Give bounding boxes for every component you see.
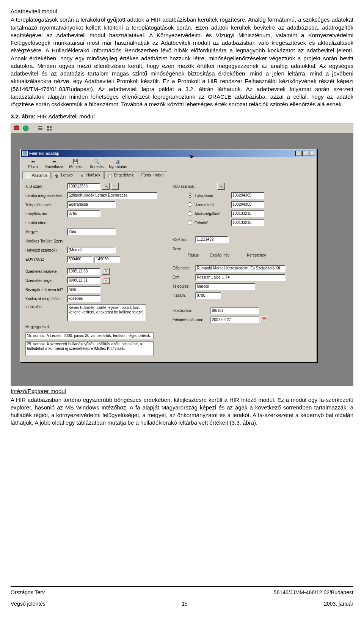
neve-label: Neve: <box>173 246 188 252</box>
date-picker-button[interactable]: 📅 <box>260 316 268 323</box>
eov-x-field[interactable]: 149050 <box>94 256 120 263</box>
radio-felmero[interactable]: Felmérő 100133215 <box>188 219 312 226</box>
print-label: Nyomtatás <box>109 164 127 170</box>
megj-sor29[interactable]: 29. sorhoz: A szervezett hulladékgyűjtés… <box>25 341 154 356</box>
uzemelteto-field[interactable]: 100294365 <box>231 201 264 208</box>
svg-rect-5 <box>38 129 42 130</box>
print-button[interactable]: 🖨 Nyomtatás <box>107 158 129 170</box>
form-left-column: KTJ szám: 100212533 🔍 ⋯ Lerakó megnevezé… <box>25 183 165 356</box>
footer-separator <box>11 586 353 587</box>
toolbar-db-icon[interactable] <box>13 125 20 132</box>
tab-engedelyek[interactable]: 📋 Engedélyek <box>104 171 137 179</box>
ceg-field[interactable]: Rumpold Marcali Kereskedelmi És Szolgált… <box>195 265 286 272</box>
felmero-field[interactable]: 100133215 <box>231 219 264 226</box>
tab-hatasok[interactable]: ✎ Hatások <box>77 171 104 179</box>
cim-field[interactable]: Kossuth Lajos U 74 <box>195 274 286 281</box>
prev-button[interactable]: ⬅ Elozo <box>22 158 44 170</box>
eov-y-field[interactable]: 500400 <box>67 256 93 263</box>
telep-field-right[interactable]: Marcali <box>195 283 255 290</box>
megye-field[interactable]: Zala <box>67 228 116 235</box>
telep-label: Település neve: <box>25 202 67 208</box>
date-picker-button[interactable]: 📅 <box>102 277 110 284</box>
form-right-column: KÜJ számok: 🔍 Tulajdonos 100294365 Üzeme… <box>173 183 312 356</box>
helyrajzi-field[interactable]: (Memo) <box>67 247 116 253</box>
irszam-field[interactable]: 8700 <box>195 292 221 299</box>
maximize-button[interactable]: □ <box>302 151 308 156</box>
radio-uzemelteto[interactable]: Üzemeltető 100294365 <box>188 201 312 208</box>
uzem-vege-label: Üzemelés vége: <box>25 278 67 283</box>
tab-furas-labor[interactable]: Fúrás + labor <box>138 171 167 179</box>
radio-label: Üzemeltető <box>195 202 229 208</box>
effect-icon: ✎ <box>80 173 85 177</box>
app-outer-window: ➤ Felméro adatlap _ □ × ⬅ Elozo <box>11 123 353 386</box>
toolbar-grid-icon[interactable] <box>46 125 53 132</box>
cim-label-right: Cím: <box>173 275 195 280</box>
svg-rect-9 <box>50 129 52 131</box>
close-button[interactable]: × <box>309 151 315 156</box>
tab-lerako[interactable]: 🗑 Lerakó <box>52 171 76 179</box>
ktj-field[interactable]: 100212533 <box>67 183 100 190</box>
app-outer-toolbar <box>11 123 353 134</box>
inner-window-titlebar[interactable]: Felméro adatlap _ □ × <box>21 150 317 157</box>
footer-center2: - 15 - <box>179 600 191 608</box>
doc-icon: 📄 <box>26 174 30 178</box>
megye-label: Megye: <box>25 230 67 235</box>
ksh-field[interactable]: 11221492 <box>195 236 229 243</box>
megnev-field[interactable]: Szilárdhulladék Lerakó Egeraracsa <box>67 192 157 199</box>
helyrajzi-label: Helyrajzi szám(ok): <box>25 248 67 253</box>
search-label: Keresés <box>90 164 104 170</box>
prev-label: Elozo <box>28 164 38 170</box>
ktj-lookup-button[interactable]: 🔍 <box>102 183 110 190</box>
minimize-button[interactable]: _ <box>295 151 301 156</box>
radio-label: Felmérő <box>195 220 229 226</box>
search-button[interactable]: 🔍 Keresés <box>86 158 107 170</box>
save-button[interactable]: 💾 Mentés <box>65 158 86 170</box>
radio-icon <box>188 202 192 207</box>
mouse-cursor-icon: ➤ <box>189 153 194 161</box>
save-icon: 💾 <box>72 159 79 164</box>
tab-label: Engedélyek <box>114 173 133 178</box>
svg-rect-7 <box>50 126 52 128</box>
felm-field[interactable]: 2002.02.27 <box>210 316 259 323</box>
cim-label: Lerakó címe: <box>25 220 67 226</box>
illetekes-label: Illetékes Területi Szerv <box>25 239 67 244</box>
telep-field[interactable]: Egeraracsa <box>67 201 116 208</box>
footer-left1: Országos Terv <box>11 589 45 596</box>
form-area: KTJ szám: 100212533 🔍 ⋯ Lerakó megnevezé… <box>21 179 317 362</box>
section-title-intezo: Intéző/Explorer modul <box>11 387 353 395</box>
radio-adatszolgaltato[interactable]: Adatszolgáltató 100133215 <box>188 210 312 217</box>
figure-caption-text: HIR Adatbeviteli modul <box>36 113 95 120</box>
telep-label-right: Település: <box>173 284 195 289</box>
iranyito-field[interactable]: 8765 <box>67 210 100 217</box>
toolbar-list-icon[interactable] <box>37 125 44 132</box>
radio-icon <box>188 211 192 216</box>
tulajdonos-field[interactable]: 100294365 <box>231 192 264 199</box>
toolbar-world-icon[interactable] <box>22 125 29 132</box>
irszam-label: Ir.szám. <box>173 293 195 298</box>
radio-label: Adatszolgáltató <box>195 211 229 217</box>
tab-altalanos[interactable]: 📄 Általános <box>22 172 51 179</box>
indok-textarea[interactable]: Kevés hulladék, szinte teljesen takart, … <box>67 304 146 321</box>
bezar-field[interactable]: nem <box>67 286 100 293</box>
uzem-kezdete-field[interactable]: 1985.12.30 <box>67 268 100 275</box>
iktato-field[interactable]: 06/151 <box>210 307 259 314</box>
radio-tulajdonos[interactable]: Tulajdonos 100294365 <box>188 192 312 199</box>
ceg-label: Cég neve: <box>173 266 195 271</box>
adatszolgaltato-field[interactable]: 100133215 <box>231 210 264 217</box>
next-button[interactable]: ➡ Kovetkezo <box>44 158 65 170</box>
inner-toolbar: ⬅ Elozo ➡ Kovetkezo 💾 Mentés 🔍 Keresés 🖨 <box>21 157 317 171</box>
megj-sor15[interactable]: 15. sorhoz: A Lerakót 2000. június 30-va… <box>25 332 154 339</box>
kock-field[interactable]: közepes <box>67 295 100 302</box>
ktj-aux-button[interactable]: ⋯ <box>111 183 119 190</box>
felm-label: Felmérés dátuma: <box>173 317 210 323</box>
tab-label: Lerakó <box>61 173 73 178</box>
radio-icon <box>188 193 192 198</box>
svg-rect-1 <box>14 127 19 130</box>
page-footer-line1: Országos Terv 56146/JJMM-466/12.02/Budap… <box>11 589 353 596</box>
date-picker-button[interactable]: 📅 <box>102 268 110 275</box>
kuj-lookup-button[interactable]: 🔍 <box>217 183 225 190</box>
dump-icon: 🗑 <box>55 173 60 177</box>
megj-label: Megjegyzések <box>25 324 67 330</box>
uzem-vege-field[interactable]: 9999.12.31 <box>67 277 100 284</box>
section-title-adatbeviteli: Adatbeviteli modul <box>11 8 353 15</box>
